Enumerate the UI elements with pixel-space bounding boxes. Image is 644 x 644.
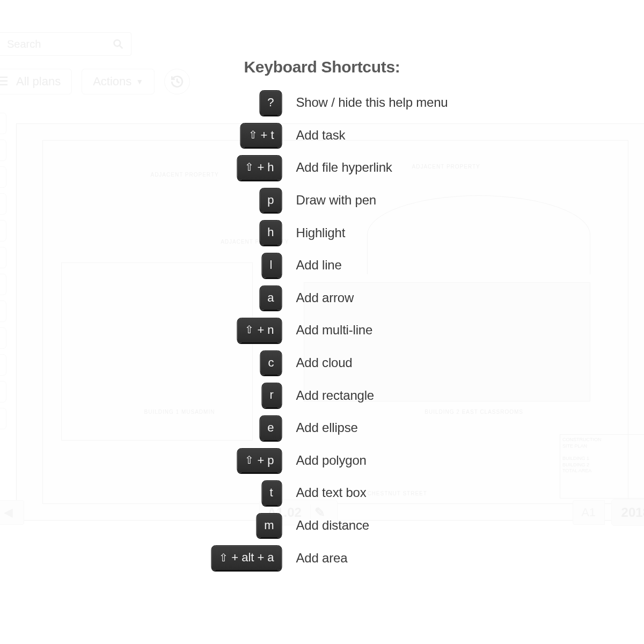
shortcut-key: ⇧+n xyxy=(237,318,282,343)
search-placeholder: Search xyxy=(7,38,41,50)
shortcut-key: ⇧+p xyxy=(237,448,282,473)
shortcut-key: m xyxy=(256,513,282,538)
keyboard-shortcuts-panel: Keyboard Shortcuts: ?Show / hide this he… xyxy=(196,58,448,570)
title-block: CONSTRUCTIONSITE PLAN BUILDING 1BUILDING… xyxy=(560,434,644,499)
shift-icon: ⇧ xyxy=(219,551,228,565)
shift-icon: ⇧ xyxy=(245,453,254,467)
search-icon xyxy=(113,39,123,49)
shortcut-description: Draw with pen xyxy=(296,193,376,208)
shortcut-row: ⇧+hAdd file hyperlink xyxy=(196,155,448,180)
shortcut-row: pDraw with pen xyxy=(196,188,448,213)
shortcut-row: ⇧+nAdd multi-line xyxy=(196,318,448,343)
shortcut-description: Add file hyperlink xyxy=(296,160,392,175)
shortcut-description: Add ellipse xyxy=(296,420,358,435)
shortcut-description: Add line xyxy=(296,258,342,273)
shortcut-row: mAdd distance xyxy=(196,513,448,538)
shortcut-row: cAdd cloud xyxy=(196,350,448,376)
shortcut-description: Add task xyxy=(296,128,346,143)
tool-slot[interactable] xyxy=(0,220,6,241)
sheet-badge: A1 xyxy=(573,500,605,525)
shortcut-key: p xyxy=(259,188,282,213)
shift-icon: ⇧ xyxy=(245,160,254,174)
tool-slot[interactable] xyxy=(0,247,6,268)
tool-slot[interactable] xyxy=(0,166,6,188)
tool-slot[interactable] xyxy=(0,408,6,429)
tool-slot[interactable] xyxy=(0,113,6,134)
tool-slot[interactable] xyxy=(0,301,6,322)
history-icon xyxy=(170,75,184,89)
shortcut-key: ⇧+t xyxy=(240,123,282,148)
shortcut-row: rAdd rectangle xyxy=(196,383,448,408)
shortcut-row: ⇧+tAdd task xyxy=(196,123,448,148)
shortcut-key: c xyxy=(260,350,282,376)
shortcut-key: ⇧+alt+a xyxy=(211,545,282,570)
svg-point-0 xyxy=(114,40,121,47)
shortcut-key: ⇧+h xyxy=(237,155,282,180)
shortcut-row: ⇧+alt+aAdd area xyxy=(196,545,448,570)
shortcut-description: Add cloud xyxy=(296,355,353,370)
shortcut-key: ? xyxy=(259,90,282,115)
shortcut-key: r xyxy=(262,383,282,408)
shortcut-description: Add polygon xyxy=(296,453,367,468)
tool-sidebar xyxy=(0,113,6,429)
svg-line-1 xyxy=(120,46,123,49)
tool-slot[interactable] xyxy=(0,140,6,161)
shortcut-row: ?Show / hide this help menu xyxy=(196,90,448,115)
caret-down-icon: ▼ xyxy=(136,77,143,86)
shortcut-description: Add distance xyxy=(296,518,369,533)
history-button[interactable] xyxy=(164,69,190,94)
shortcut-key: h xyxy=(259,220,282,245)
shortcut-description: Add area xyxy=(296,551,348,566)
tool-slot[interactable] xyxy=(0,274,6,295)
tool-slot[interactable] xyxy=(0,354,6,376)
shortcut-row: aAdd arrow xyxy=(196,286,448,311)
prev-sheet-button[interactable]: ◀ xyxy=(0,500,24,525)
shortcut-row: ⇧+pAdd polygon xyxy=(196,448,448,473)
shift-icon: ⇧ xyxy=(245,323,254,336)
actions-dropdown[interactable]: Actions ▼ xyxy=(82,69,155,94)
tool-slot[interactable] xyxy=(0,327,6,349)
panel-title: Keyboard Shortcuts: xyxy=(196,58,448,76)
shortcut-key: l xyxy=(262,253,282,278)
shortcut-description: Add text box xyxy=(296,485,367,500)
shortcut-key: a xyxy=(259,286,282,311)
tool-slot[interactable] xyxy=(0,381,6,402)
shortcut-description: Show / hide this help menu xyxy=(296,95,448,110)
shortcut-description: Add multi-line xyxy=(296,323,373,338)
shortcut-description: Add rectangle xyxy=(296,388,375,403)
shortcut-key: e xyxy=(259,415,282,441)
shortcut-row: lAdd line xyxy=(196,253,448,278)
all-plans-button[interactable]: ☰ All plans xyxy=(0,69,72,94)
shortcut-description: Highlight xyxy=(296,225,346,240)
shortcut-row: tAdd text box xyxy=(196,480,448,506)
year-badge: 2018 xyxy=(611,499,644,526)
shift-icon: ⇧ xyxy=(248,128,258,142)
search-input[interactable]: Search xyxy=(0,32,131,56)
shortcut-row: hHighlight xyxy=(196,220,448,245)
shortcut-description: Add arrow xyxy=(296,290,354,305)
shortcut-key: t xyxy=(262,480,282,506)
tool-slot[interactable] xyxy=(0,193,6,215)
shortcut-row: eAdd ellipse xyxy=(196,415,448,441)
